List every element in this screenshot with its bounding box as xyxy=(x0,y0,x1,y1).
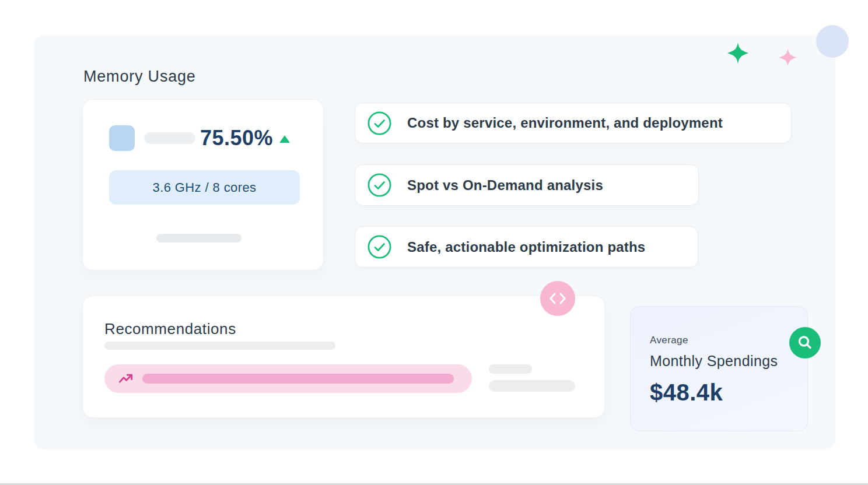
text-placeholder-bar xyxy=(144,132,195,144)
feature-label: Cost by service, environment, and deploy… xyxy=(407,115,723,131)
text-placeholder-bar xyxy=(489,380,575,392)
cpu-spec-pill: 3.6 GHz / 8 cores xyxy=(109,170,300,205)
monthly-spendings-card: Average Monthly Spendings $48.4k xyxy=(630,306,808,431)
code-button[interactable] xyxy=(540,281,575,316)
cpu-spec-label: 3.6 GHz / 8 cores xyxy=(153,180,257,195)
check-circle-icon xyxy=(368,173,391,197)
recommendation-item xyxy=(104,364,472,393)
text-placeholder-bar xyxy=(489,364,532,374)
memory-usage-card: 75.50% 3.6 GHz / 8 cores xyxy=(82,99,324,270)
page-title: Memory Usage xyxy=(83,68,196,86)
sparkle-green-icon xyxy=(726,41,750,65)
sparkle-pink-icon xyxy=(778,48,797,67)
spendings-value: $48.4k xyxy=(650,379,723,406)
cpu-icon xyxy=(109,125,135,151)
trending-up-icon xyxy=(118,371,134,386)
triangle-up-icon xyxy=(279,135,290,143)
text-placeholder-bar xyxy=(104,342,335,350)
memory-usage-value: 75.50% xyxy=(200,126,273,150)
check-circle-icon xyxy=(368,111,391,135)
feature-row-spot-vs-on-demand: Spot vs On-Demand analysis xyxy=(355,164,699,206)
feature-row-cost-by-service: Cost by service, environment, and deploy… xyxy=(355,103,792,143)
recommendation-placeholder-bar xyxy=(142,374,454,384)
spendings-eyebrow: Average xyxy=(650,335,688,346)
decorative-circle xyxy=(816,25,849,58)
spendings-title: Monthly Spendings xyxy=(650,353,778,370)
memory-usage-stat-row: 75.50% xyxy=(109,125,290,151)
recommendations-card: Recommendations xyxy=(82,296,605,418)
recommendations-title: Recommendations xyxy=(104,320,236,338)
feature-row-safe-optimization: Safe, actionable optimization paths xyxy=(355,226,698,268)
check-circle-icon xyxy=(368,235,391,259)
code-icon xyxy=(549,291,566,305)
marketing-graphic: Memory Usage 75.50% 3.6 GHz / 8 cores Co… xyxy=(0,0,868,485)
feature-label: Safe, actionable optimization paths xyxy=(407,239,645,255)
text-placeholder-bar xyxy=(156,234,242,242)
search-button[interactable] xyxy=(789,327,821,359)
feature-label: Spot vs On-Demand analysis xyxy=(407,177,603,194)
search-icon xyxy=(796,334,814,352)
